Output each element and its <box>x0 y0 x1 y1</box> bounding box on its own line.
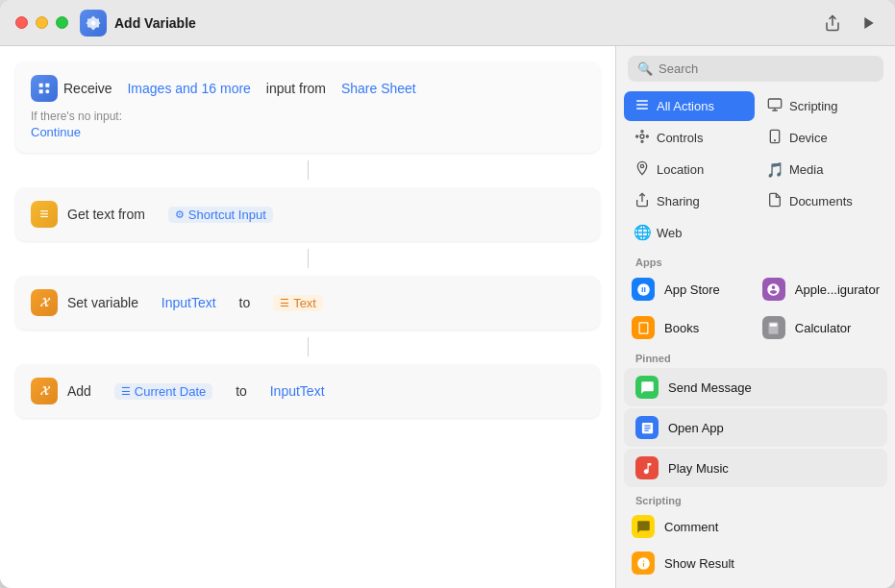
comment-label: Comment <box>664 520 718 534</box>
maximize-button[interactable] <box>56 16 68 29</box>
pinned-open-app[interactable]: Open App <box>624 408 887 447</box>
web-icon: 🌐 <box>634 224 651 241</box>
search-icon: 🔍 <box>637 61 653 76</box>
receive-from-label: input from <box>266 81 326 96</box>
nav-web[interactable]: 🌐 Web <box>624 218 755 247</box>
add-icon: 𝓧 <box>31 378 58 404</box>
get-text-step[interactable]: ≡ Get text from ⚙ Shortcut Input <box>15 187 600 241</box>
action-app-store[interactable]: App Store <box>616 270 747 308</box>
set-variable-step[interactable]: 𝓧 Set variable InputText to ☰ Text <box>15 276 600 330</box>
nav-documents[interactable]: Documents <box>757 186 887 216</box>
pinned-play-music[interactable]: Play Music <box>624 449 887 487</box>
controls-icon <box>634 129 651 147</box>
show-result-label: Show Result <box>664 556 734 571</box>
add-var-name[interactable]: InputText <box>270 383 325 399</box>
play-button[interactable] <box>858 12 880 34</box>
set-var-to: to <box>239 295 251 310</box>
workflow-panel: Receive Images and 16 more input from Sh… <box>0 46 616 588</box>
calculator-label: Calculator <box>795 321 852 335</box>
nav-media[interactable]: 🎵 Media <box>757 155 887 184</box>
var-token-icon: ☰ <box>280 297 289 309</box>
send-message-label: Send Message <box>668 380 752 395</box>
svg-marker-2 <box>864 17 873 29</box>
search-bar[interactable]: 🔍 <box>628 56 883 82</box>
receive-input-type[interactable]: Images and 16 more <box>127 81 250 96</box>
nav-all-actions[interactable]: All Actions <box>624 91 755 121</box>
app-icon <box>80 10 107 37</box>
all-actions-icon <box>634 97 651 115</box>
action-apple-configurator[interactable]: Apple...igurator <box>747 270 895 308</box>
show-result-icon <box>632 551 655 575</box>
action-calculator[interactable]: Calculator <box>747 308 895 347</box>
add-prefix: Add <box>67 383 91 399</box>
app-store-label: App Store <box>664 282 720 297</box>
get-text-icon: ≡ <box>31 201 58 228</box>
nav-scripting[interactable]: Scripting <box>757 91 887 121</box>
nav-device[interactable]: Device <box>757 123 887 153</box>
nav-location[interactable]: Location <box>624 155 755 184</box>
scripting-show-result[interactable]: Show Result <box>616 545 895 581</box>
nav-all-actions-label: All Actions <box>657 99 714 113</box>
traffic-lights <box>15 16 68 29</box>
play-music-label: Play Music <box>668 461 729 476</box>
calendar-icon: ☰ <box>121 385 131 398</box>
scripting-icon <box>766 97 783 115</box>
nav-sharing[interactable]: Sharing <box>624 186 755 216</box>
pinned-section-label: Pinned <box>616 347 895 366</box>
close-button[interactable] <box>15 16 28 29</box>
svg-point-9 <box>640 135 644 138</box>
scripting-show-alert[interactable]: Show Alert <box>616 581 895 588</box>
receive-step[interactable]: Receive Images and 16 more input from Sh… <box>15 61 600 153</box>
scripting-comment[interactable]: Comment <box>616 508 895 545</box>
nav-web-label: Web <box>657 226 683 240</box>
shortcut-input-token[interactable]: ⚙ Shortcut Input <box>168 207 273 223</box>
books-label: Books <box>664 321 699 335</box>
action-books[interactable]: Books <box>616 308 747 347</box>
search-input[interactable] <box>659 61 874 76</box>
minimize-button[interactable] <box>36 16 48 29</box>
nav-device-label: Device <box>789 131 828 145</box>
nav-controls-label: Controls <box>657 131 703 145</box>
books-icon <box>632 316 655 339</box>
svg-point-16 <box>640 164 643 167</box>
continue-btn[interactable]: Continue <box>31 125 584 139</box>
svg-point-10 <box>641 131 643 133</box>
divider-1 <box>308 160 309 180</box>
documents-icon <box>766 192 783 210</box>
set-var-name[interactable]: InputText <box>162 295 216 310</box>
calculator-icon <box>762 316 785 339</box>
main-content: Receive Images and 16 more input from Sh… <box>0 46 895 588</box>
share-button[interactable] <box>822 12 843 34</box>
current-date-token[interactable]: ☰ Current Date <box>114 383 212 400</box>
receive-source[interactable]: Share Sheet <box>341 81 416 96</box>
window-title: Add Variable <box>114 15 822 31</box>
add-step[interactable]: 𝓧 Add ☰ Current Date to InputText <box>15 364 600 418</box>
set-var-value-token[interactable]: ☰ Text <box>273 295 323 311</box>
media-icon: 🎵 <box>766 161 783 179</box>
action-list: Apps App Store Apple...igurator <box>616 251 895 588</box>
comment-icon <box>632 515 655 538</box>
add-to-label: to <box>236 383 247 399</box>
app-store-icon <box>632 278 655 301</box>
svg-point-12 <box>636 135 638 137</box>
divider-3 <box>308 337 309 356</box>
nav-media-label: Media <box>789 162 823 177</box>
send-message-icon <box>635 376 659 399</box>
sharing-icon <box>634 192 651 210</box>
receive-svg <box>37 81 52 96</box>
svg-rect-5 <box>636 108 648 109</box>
titlebar-actions <box>822 12 880 34</box>
scripting-section-label: Scripting <box>616 489 895 508</box>
set-var-prefix: Set variable <box>67 295 138 310</box>
nav-grid: All Actions Scripting Controls <box>616 91 895 247</box>
get-text-prefix: Get text from <box>67 207 145 222</box>
shortcut-icon: ⚙ <box>175 208 185 221</box>
svg-rect-6 <box>768 99 781 108</box>
receive-label: Receive <box>63 81 112 96</box>
svg-point-0 <box>91 20 96 25</box>
svg-rect-19 <box>770 323 778 326</box>
apps-section-label: Apps <box>616 251 895 270</box>
main-window: Add Variable <box>0 0 895 588</box>
pinned-send-message[interactable]: Send Message <box>624 368 887 406</box>
nav-controls[interactable]: Controls <box>624 123 755 153</box>
